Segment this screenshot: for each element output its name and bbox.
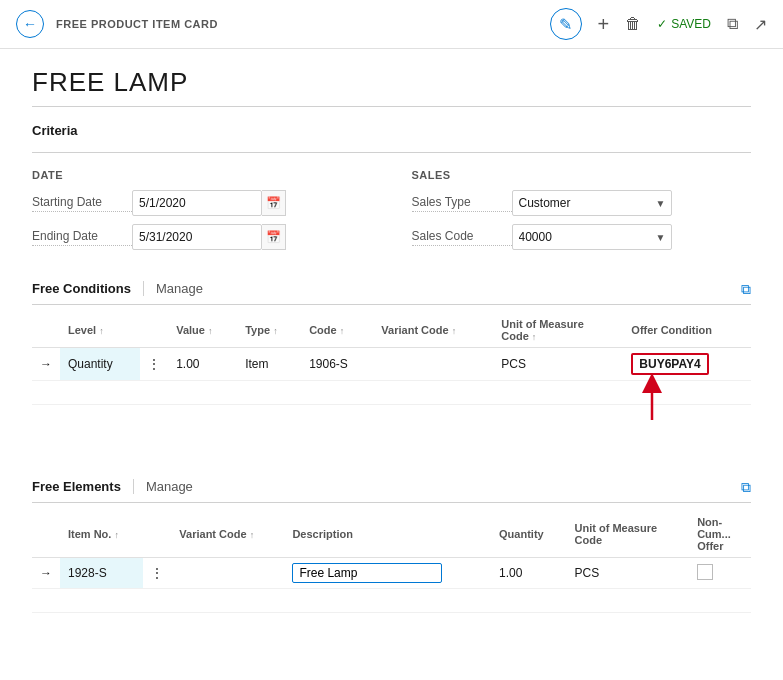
- col-fe-dots-spacer: [143, 511, 171, 558]
- free-conditions-expand-icon[interactable]: ⧉: [741, 281, 751, 298]
- free-conditions-header-row: Level ↑ Value ↑ Type ↑ Code ↑ Variant Co…: [32, 313, 751, 348]
- empty-cell: [301, 381, 373, 405]
- sort-arrow-fe-variant: ↑: [250, 530, 255, 540]
- starting-date-value: 📅: [132, 190, 372, 216]
- free-conditions-section: Free Conditions Manage ⧉ Level ↑ Value ↑…: [32, 281, 751, 455]
- date-header: DATE: [32, 169, 372, 181]
- col-uom: Unit of MeasureCode ↑: [493, 313, 623, 348]
- col-arrow-spacer: [32, 313, 60, 348]
- add-button[interactable]: +: [598, 13, 610, 36]
- col-dots-spacer: [140, 313, 168, 348]
- title-divider: [32, 106, 751, 107]
- red-arrow-annotation: [612, 375, 692, 430]
- sales-type-label: Sales Type: [412, 195, 512, 212]
- criteria-section: Criteria DATE Starting Date 📅 Ending Dat…: [32, 123, 751, 257]
- table-row-fe: → 1928-S ⋮ 1.00 PCS: [32, 558, 751, 589]
- empty-cell: [689, 589, 751, 613]
- sort-arrow-variant: ↑: [452, 326, 457, 336]
- sales-code-value: 40000 ▼: [512, 224, 752, 250]
- ending-date-value: 📅: [132, 224, 372, 250]
- empty-cell: [143, 589, 171, 613]
- sort-arrow-value: ↑: [208, 326, 213, 336]
- fe-cell-quantity: 1.00: [491, 558, 566, 589]
- sales-header: SALES: [412, 169, 752, 181]
- empty-cell: [171, 589, 284, 613]
- free-conditions-manage[interactable]: Manage: [143, 281, 203, 296]
- col-offer-condition: Offer Condition: [623, 313, 751, 348]
- free-elements-section: Free Elements Manage ⧉ Item No. ↑ Varian…: [32, 479, 751, 613]
- col-fe-quantity: Quantity: [491, 511, 566, 558]
- col-value: Value ↑: [168, 313, 237, 348]
- open-external-icon[interactable]: ⧉: [727, 15, 738, 33]
- date-column: DATE Starting Date 📅 Ending Date 📅: [32, 169, 372, 257]
- sales-code-row: Sales Code 40000 ▼: [412, 223, 752, 251]
- edit-button[interactable]: ✎: [550, 8, 582, 40]
- empty-cell: [373, 381, 493, 405]
- empty-cell: [32, 381, 60, 405]
- calendar-icon-end[interactable]: 📅: [262, 224, 286, 250]
- free-elements-header: Free Elements Manage ⧉: [32, 479, 751, 503]
- free-elements-manage[interactable]: Manage: [133, 479, 193, 494]
- free-elements-expand-icon[interactable]: ⧉: [741, 479, 751, 496]
- col-fe-item-no: Item No. ↑: [60, 511, 143, 558]
- free-elements-table: Item No. ↑ Variant Code ↑ Description Qu…: [32, 511, 751, 613]
- sort-arrow-item-no: ↑: [114, 530, 119, 540]
- empty-cell: [60, 381, 140, 405]
- row-arrow: →: [32, 348, 60, 381]
- col-fe-uom: Unit of MeasureCode: [567, 511, 690, 558]
- sales-type-row: Sales Type Customer All Customers Custom…: [412, 189, 752, 217]
- delete-button[interactable]: 🗑: [625, 15, 641, 33]
- col-code: Code ↑: [301, 313, 373, 348]
- col-fe-non-cum: Non-Cum...Offer: [689, 511, 751, 558]
- free-elements-title: Free Elements: [32, 479, 133, 494]
- saved-status: ✓ SAVED: [657, 17, 711, 31]
- sort-arrow-code: ↑: [340, 326, 345, 336]
- free-elements-thead: Item No. ↑ Variant Code ↑ Description Qu…: [32, 511, 751, 558]
- ending-date-input[interactable]: [132, 224, 262, 250]
- empty-row-fe-1: [32, 589, 751, 613]
- empty-cell: [284, 589, 491, 613]
- cell-uom: PCS: [493, 348, 623, 381]
- back-button[interactable]: ←: [16, 10, 44, 38]
- top-bar: ← FREE PRODUCT ITEM CARD ✎ + 🗑 ✓ SAVED ⧉…: [0, 0, 783, 49]
- non-cum-checkbox[interactable]: [697, 564, 713, 580]
- sales-type-select[interactable]: Customer All Customers Customer Price Gr…: [512, 190, 672, 216]
- calendar-icon-start[interactable]: 📅: [262, 190, 286, 216]
- empty-cell: [168, 381, 237, 405]
- empty-cell: [60, 589, 143, 613]
- criteria-title: Criteria: [32, 123, 751, 138]
- starting-date-input[interactable]: [132, 190, 262, 216]
- sales-code-select[interactable]: 40000: [512, 224, 672, 250]
- sort-arrow-level: ↑: [99, 326, 104, 336]
- col-type: Type ↑: [237, 313, 301, 348]
- expand-icon[interactable]: ↗: [754, 15, 767, 34]
- cell-level: Quantity: [60, 348, 140, 381]
- sort-arrow-uom: ↑: [532, 332, 537, 342]
- top-bar-title: FREE PRODUCT ITEM CARD: [56, 18, 538, 30]
- col-level: Level ↑: [60, 313, 140, 348]
- fe-cell-item-no: 1928-S: [60, 558, 143, 589]
- ending-date-label: Ending Date: [32, 229, 132, 246]
- empty-cell: [567, 589, 690, 613]
- fe-dots-menu-btn[interactable]: ⋮: [143, 558, 171, 589]
- empty-cell: [491, 589, 566, 613]
- col-fe-description: Description: [284, 511, 491, 558]
- page-title: FREE LAMP: [32, 67, 751, 98]
- free-conditions-title: Free Conditions: [32, 281, 143, 296]
- fe-cell-non-cum: [689, 558, 751, 589]
- empty-cell: [32, 589, 60, 613]
- free-elements-header-row: Item No. ↑ Variant Code ↑ Description Qu…: [32, 511, 751, 558]
- sales-type-value: Customer All Customers Customer Price Gr…: [512, 190, 752, 216]
- cell-code: 1906-S: [301, 348, 373, 381]
- cell-variant-code: [373, 348, 493, 381]
- dots-menu-btn[interactable]: ⋮: [140, 348, 168, 381]
- description-input[interactable]: [292, 563, 442, 583]
- fe-row-arrow: →: [32, 558, 60, 589]
- col-variant-code: Variant Code ↑: [373, 313, 493, 348]
- criteria-grid: DATE Starting Date 📅 Ending Date 📅: [32, 169, 751, 257]
- fe-cell-description: [284, 558, 491, 589]
- annotation-area: [32, 405, 751, 455]
- empty-cell: [237, 381, 301, 405]
- fe-cell-variant-code: [171, 558, 284, 589]
- ending-date-row: Ending Date 📅: [32, 223, 372, 251]
